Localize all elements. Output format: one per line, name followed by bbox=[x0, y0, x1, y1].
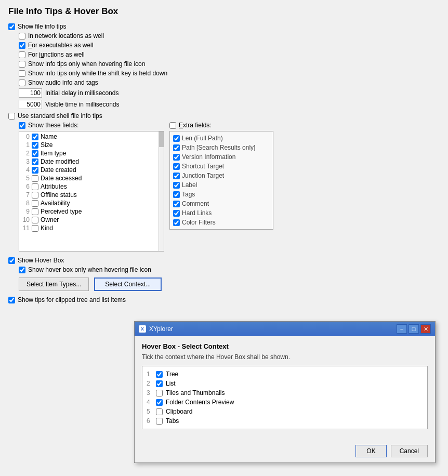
show-hover-only-file-icon-label[interactable]: Show hover box only when hovering file i… bbox=[28, 266, 151, 273]
extra-item-6: Tags bbox=[173, 190, 270, 199]
initial-delay-input[interactable] bbox=[19, 88, 42, 98]
extra-checkbox-8[interactable] bbox=[173, 210, 180, 217]
show-only-shift-label[interactable]: Show info tips only while the shift key … bbox=[28, 70, 167, 77]
field-label-4[interactable]: Date created bbox=[41, 166, 76, 174]
use-standard-shell-label[interactable]: Use standard shell file info tips bbox=[18, 112, 102, 120]
dialog-item-checkbox-6[interactable] bbox=[156, 418, 163, 425]
extra-label-4[interactable]: Junction Target bbox=[182, 172, 224, 179]
field-checkbox-0[interactable] bbox=[32, 134, 38, 140]
field-label-3[interactable]: Date modified bbox=[41, 158, 79, 165]
for-executables-label[interactable]: For executables as well bbox=[28, 42, 93, 49]
extra-label-0[interactable]: Len (Full Path) bbox=[182, 135, 223, 142]
field-checkbox-4[interactable] bbox=[32, 167, 38, 174]
dialog-item-label-4[interactable]: Folder Contents Preview bbox=[166, 399, 234, 406]
field-label-9[interactable]: Perceived type bbox=[41, 208, 82, 215]
show-fields-label[interactable]: Show these fields: bbox=[28, 122, 78, 129]
extra-label-5[interactable]: Label bbox=[182, 181, 197, 189]
select-item-types-button[interactable]: Select Item Types... bbox=[19, 277, 89, 291]
extra-checkbox-5[interactable] bbox=[173, 182, 180, 189]
field-label-7[interactable]: Offline status bbox=[41, 191, 77, 199]
field-label-0[interactable]: Name bbox=[41, 133, 57, 140]
dialog-item-checkbox-4[interactable] bbox=[156, 399, 163, 406]
field-checkbox-8[interactable] bbox=[32, 200, 38, 207]
extra-label-9[interactable]: Color Filters bbox=[182, 219, 216, 226]
extra-checkbox-3[interactable] bbox=[173, 163, 180, 170]
extra-fields-header-checkbox[interactable] bbox=[169, 122, 176, 129]
extra-label-3[interactable]: Shortcut Target bbox=[182, 163, 224, 170]
dialog-item-label-3[interactable]: Tiles and Thumbnails bbox=[166, 389, 225, 396]
in-network-label[interactable]: In network locations as well bbox=[28, 32, 104, 39]
extra-fields-header-label[interactable]: Extra fields: bbox=[179, 122, 212, 129]
extra-label-1[interactable]: Path [Search Results only] bbox=[182, 144, 255, 151]
extra-label-8[interactable]: Hard Links bbox=[182, 209, 212, 217]
show-hover-box-checkbox[interactable] bbox=[8, 257, 15, 264]
use-standard-shell-row: Use standard shell file info tips bbox=[8, 112, 314, 120]
field-label-8[interactable]: Availability bbox=[41, 200, 70, 207]
field-checkbox-2[interactable] bbox=[32, 150, 38, 157]
field-checkbox-11[interactable] bbox=[32, 225, 38, 232]
use-standard-shell-checkbox[interactable] bbox=[8, 113, 15, 120]
dialog-item-label-2[interactable]: List bbox=[166, 380, 176, 387]
for-junctions-label[interactable]: For junctions as well bbox=[28, 51, 85, 58]
field-label-5[interactable]: Date accessed bbox=[41, 175, 82, 182]
show-file-info-tips-checkbox[interactable] bbox=[8, 23, 15, 30]
extra-checkbox-4[interactable] bbox=[173, 173, 180, 179]
extra-checkbox-0[interactable] bbox=[173, 135, 180, 142]
dialog-item-label-1[interactable]: Tree bbox=[166, 371, 178, 378]
dialog-controls: − □ ✕ bbox=[397, 324, 431, 334]
field-checkbox-10[interactable] bbox=[32, 217, 38, 223]
dialog-item-checkbox-5[interactable] bbox=[156, 408, 163, 415]
show-fields-checkbox[interactable] bbox=[19, 122, 25, 129]
field-checkbox-9[interactable] bbox=[32, 208, 38, 215]
in-network-checkbox[interactable] bbox=[19, 33, 25, 39]
show-hover-only-file-icon-checkbox[interactable] bbox=[19, 267, 25, 273]
field-checkbox-1[interactable] bbox=[32, 142, 38, 149]
dialog-close-button[interactable]: ✕ bbox=[420, 324, 431, 334]
select-context-button[interactable]: Select Context... bbox=[94, 277, 162, 291]
show-only-hovering-icon-label[interactable]: Show info tips only when hovering file i… bbox=[28, 60, 145, 68]
field-label-6[interactable]: Attributes bbox=[41, 183, 67, 190]
dialog-maximize-button[interactable]: □ bbox=[409, 324, 419, 334]
visible-time-input[interactable] bbox=[19, 100, 42, 109]
extra-fields-list: Len (Full Path) Path [Search Results onl… bbox=[170, 131, 273, 229]
field-label-11[interactable]: Kind bbox=[41, 224, 53, 232]
extra-checkbox-6[interactable] bbox=[173, 191, 180, 198]
dialog-ok-button[interactable]: OK bbox=[355, 445, 386, 457]
dialog-item-label-5[interactable]: Clipboard bbox=[166, 408, 192, 415]
extra-checkbox-7[interactable] bbox=[173, 201, 180, 207]
extra-label-2[interactable]: Version Information bbox=[182, 153, 235, 161]
dialog-cancel-button[interactable]: Cancel bbox=[391, 445, 428, 457]
show-only-shift-checkbox[interactable] bbox=[19, 70, 25, 77]
for-junctions-checkbox[interactable] bbox=[19, 51, 25, 58]
dialog-list-box: 1 Tree 2 List 3 Tiles and Thumbnails 4 bbox=[142, 366, 428, 429]
field-label-1[interactable]: Size bbox=[41, 141, 52, 149]
extra-label-6[interactable]: Tags bbox=[182, 191, 195, 198]
field-label-10[interactable]: Owner bbox=[41, 216, 59, 223]
extra-checkbox-1[interactable] bbox=[173, 144, 180, 151]
show-only-hovering-icon-checkbox[interactable] bbox=[19, 61, 25, 68]
show-hover-box-label[interactable]: Show Hover Box bbox=[18, 257, 64, 264]
dialog-minimize-button[interactable]: − bbox=[397, 324, 407, 334]
dialog-context-list: 1 Tree 2 List 3 Tiles and Thumbnails 4 bbox=[147, 369, 423, 426]
field-checkbox-5[interactable] bbox=[32, 175, 38, 182]
field-label-2[interactable]: Item type bbox=[41, 150, 66, 157]
show-tips-clipped-checkbox[interactable] bbox=[8, 297, 15, 303]
fields-list[interactable]: 0Name 1Size 2Item type 3Date modified 4D… bbox=[19, 131, 164, 251]
show-tips-clipped-label[interactable]: Show tips for clipped tree and list item… bbox=[18, 296, 126, 303]
extra-checkbox-2[interactable] bbox=[173, 154, 180, 161]
extra-fields-box: Len (Full Path) Path [Search Results onl… bbox=[169, 131, 273, 230]
extra-checkbox-9[interactable] bbox=[173, 219, 180, 226]
field-checkbox-7[interactable] bbox=[32, 192, 38, 199]
show-file-info-tips-label[interactable]: Show file info tips bbox=[18, 23, 66, 30]
show-audio-checkbox[interactable] bbox=[19, 80, 25, 86]
show-audio-label[interactable]: Show audio info and tags bbox=[28, 79, 98, 86]
extra-label-7[interactable]: Comment bbox=[182, 200, 209, 207]
field-checkbox-3[interactable] bbox=[32, 158, 38, 165]
for-executables-checkbox[interactable] bbox=[19, 42, 25, 49]
dialog-item-checkbox-3[interactable] bbox=[156, 390, 163, 396]
dialog-item-checkbox-1[interactable] bbox=[156, 371, 163, 378]
field-checkbox-6[interactable] bbox=[32, 183, 38, 190]
dialog-item-checkbox-2[interactable] bbox=[156, 380, 163, 387]
dialog-item-3: 3 Tiles and Thumbnails bbox=[147, 388, 423, 398]
dialog-item-label-6[interactable]: Tabs bbox=[166, 417, 179, 425]
